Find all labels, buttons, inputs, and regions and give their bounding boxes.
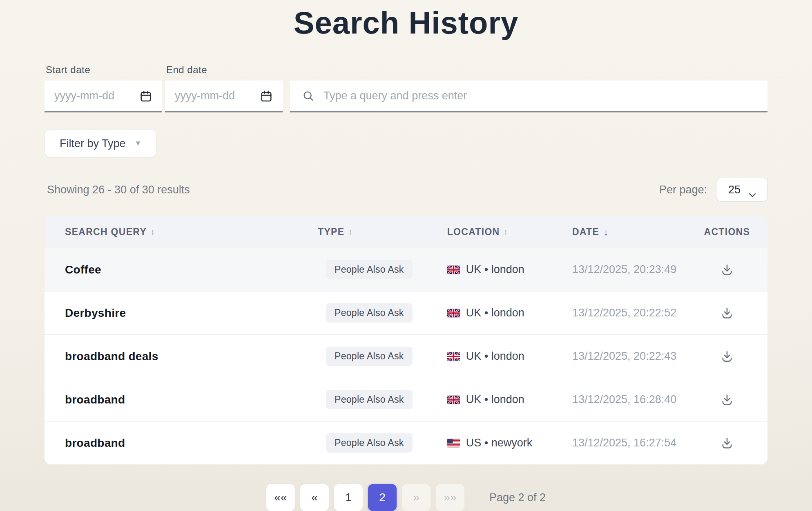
actions-cell: [687, 391, 767, 409]
chevron-down-icon: [749, 188, 756, 192]
download-icon: [721, 307, 734, 320]
us-flag-icon: [447, 439, 460, 448]
table-row: Derbyshire People Also Ask UK • london 1…: [45, 291, 767, 334]
location-text: UK • london: [466, 350, 524, 363]
results-count-text: Showing 26 - 30 of 30 results: [45, 184, 190, 196]
column-header-location[interactable]: LOCATION ↕: [442, 226, 560, 238]
filters-row: Start date End date: [45, 64, 767, 112]
table-row: broadband People Also Ask US • newyork 1…: [45, 421, 767, 464]
start-date-input[interactable]: [54, 90, 139, 102]
filter-by-type-button[interactable]: Filter by Type ▼: [45, 130, 156, 157]
search-input-wrap: [290, 81, 767, 112]
per-page-label: Per page:: [659, 184, 707, 196]
type-badge: People Also Ask: [326, 260, 412, 279]
date-cell: 13/12/2025, 16:28:40: [560, 393, 687, 406]
actions-cell: [687, 347, 767, 365]
actions-cell: [687, 304, 767, 322]
download-button[interactable]: [718, 347, 736, 365]
search-icon: [302, 90, 315, 102]
download-icon: [721, 350, 734, 363]
end-date-input[interactable]: [175, 90, 260, 102]
date-cell: 13/12/2025, 20:23:49: [560, 263, 687, 276]
date-cell: 13/12/2025, 20:22:52: [560, 307, 687, 319]
location-cell: UK • london: [442, 350, 560, 363]
date-cell: 13/12/2025, 20:22:43: [560, 350, 687, 363]
location-text: UK • london: [466, 307, 524, 319]
first-page-button[interactable]: ««: [266, 484, 295, 511]
sort-desc-icon: ↓: [603, 226, 609, 238]
pagination: «« « 1 2 » »» Page 2 of 2: [45, 484, 767, 511]
download-icon: [721, 437, 734, 450]
location-cell: US • newyork: [442, 437, 560, 449]
prev-page-button[interactable]: «: [300, 484, 329, 511]
location-cell: UK • london: [442, 307, 560, 319]
type-badge: People Also Ask: [326, 303, 412, 323]
search-query-cell: broadband deals: [45, 350, 318, 363]
download-button[interactable]: [718, 434, 736, 452]
start-date-field: Start date: [45, 64, 162, 112]
type-badge: People Also Ask: [326, 433, 412, 453]
table-row: Coffee People Also Ask UK • london 13/12…: [45, 248, 767, 291]
search-history-table: SEARCH QUERY ↕ TYPE ↕ LOCATION ↕ DATE ↓ …: [45, 216, 767, 464]
type-cell: People Also Ask: [318, 303, 442, 323]
last-page-button[interactable]: »»: [436, 484, 464, 511]
location-cell: UK • london: [442, 263, 560, 276]
column-header-actions: ACTIONS: [687, 226, 767, 238]
page-status-text: Page 2 of 2: [489, 491, 546, 504]
end-date-label: End date: [165, 64, 283, 76]
type-badge: People Also Ask: [326, 347, 412, 366]
download-icon: [721, 393, 734, 406]
location-text: US • newyork: [466, 437, 533, 449]
page-title: Search History: [0, 5, 812, 40]
type-cell: People Also Ask: [318, 347, 442, 366]
column-label: LOCATION: [447, 226, 500, 238]
end-date-input-wrap: [165, 81, 283, 112]
download-button[interactable]: [718, 261, 736, 279]
location-cell: UK • london: [442, 393, 560, 406]
type-badge: People Also Ask: [326, 390, 412, 409]
sort-both-icon: ↕: [504, 228, 509, 237]
start-date-input-wrap: [45, 81, 162, 112]
end-date-field: End date: [165, 64, 283, 112]
calendar-icon[interactable]: [260, 90, 273, 103]
type-cell: People Also Ask: [318, 390, 442, 409]
column-label: ACTIONS: [704, 226, 750, 238]
start-date-label: Start date: [45, 64, 162, 76]
download-button[interactable]: [718, 391, 736, 409]
download-button[interactable]: [718, 304, 736, 322]
search-input[interactable]: [323, 90, 755, 102]
search-query-cell: Coffee: [45, 263, 318, 276]
search-query-cell: Derbyshire: [45, 307, 318, 320]
per-page-select[interactable]: 25: [717, 178, 767, 202]
type-cell: People Also Ask: [318, 260, 442, 279]
main-content: Start date End date: [45, 64, 767, 511]
results-bar: Showing 26 - 30 of 30 results Per page: …: [45, 178, 767, 202]
column-header-date[interactable]: DATE ↓: [560, 226, 687, 238]
page-2-button[interactable]: 2: [368, 484, 397, 511]
date-cell: 13/12/2025, 16:27:54: [560, 437, 687, 449]
column-header-search-query[interactable]: SEARCH QUERY ↕: [45, 226, 318, 238]
search-query-cell: broadband: [45, 393, 318, 406]
per-page-value: 25: [728, 184, 741, 196]
table-row: broadband People Also Ask UK • london 13…: [45, 378, 767, 421]
sort-both-icon: ↕: [151, 228, 155, 237]
table-header-row: SEARCH QUERY ↕ TYPE ↕ LOCATION ↕ DATE ↓ …: [45, 216, 767, 248]
calendar-icon[interactable]: [139, 90, 152, 103]
uk-flag-icon: [447, 395, 460, 404]
uk-flag-icon: [447, 352, 460, 361]
column-label: TYPE: [318, 226, 344, 238]
uk-flag-icon: [447, 309, 460, 318]
column-label: SEARCH QUERY: [65, 226, 147, 238]
sort-both-icon: ↕: [348, 228, 353, 237]
search-query-cell: broadband: [45, 437, 318, 450]
type-cell: People Also Ask: [318, 433, 442, 453]
actions-cell: [687, 434, 767, 452]
page-1-button[interactable]: 1: [334, 484, 363, 511]
uk-flag-icon: [447, 265, 460, 274]
column-header-type[interactable]: TYPE ↕: [318, 226, 442, 238]
actions-cell: [687, 261, 767, 279]
next-page-button[interactable]: »: [402, 484, 431, 511]
column-label: DATE: [572, 226, 599, 238]
download-icon: [721, 263, 734, 276]
per-page-control: Per page: 25: [659, 178, 767, 202]
